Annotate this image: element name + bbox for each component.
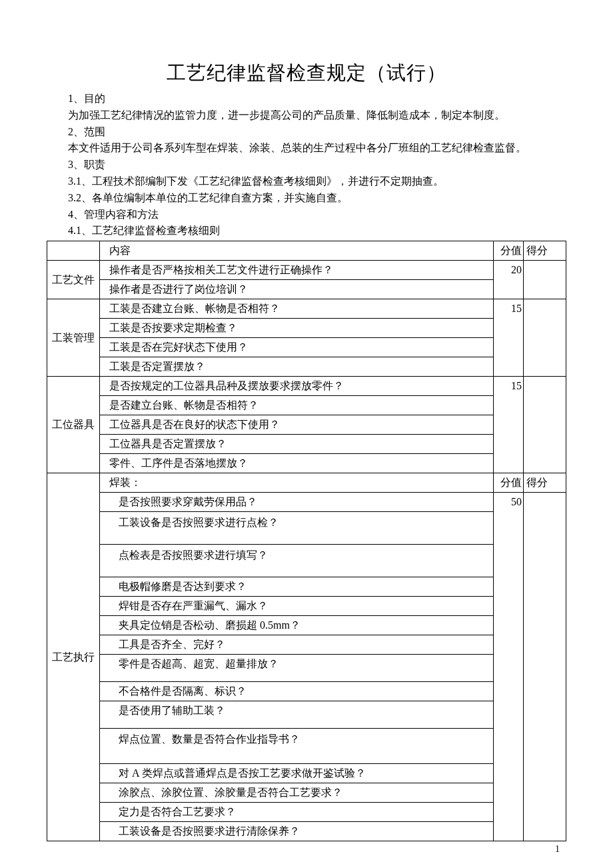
category-cell: 工位器具 [47,377,100,473]
section-2-body: 本文件适用于公司各系列车型在焊装、涂装、总装的生产过程中各分厂班组的工艺纪律检查… [47,140,566,157]
section-2-heading: 2、范围 [47,124,566,141]
subheader-cell: 焊装： [100,473,494,493]
value-cell: 50 [494,493,524,841]
section-1-heading: 1、目的 [47,91,566,107]
content-cell: 对 A 类焊点或普通焊点是否按工艺要求做开鉴试验？ [100,764,494,783]
section-4-heading: 4、管理内容和方法 [47,207,566,223]
table-row: 工装管理 工装是否建立台账、帐物是否相符？ 15 [47,299,566,319]
section-3-2: 3.2、各单位编制本单位的工艺纪律自查方案，并实施自查。 [47,190,566,207]
table-row: 工艺执行 焊装： 分值 得分 [47,473,566,493]
score-cell [524,493,566,841]
content-cell: 工装是否在完好状态下使用？ [100,338,494,357]
table-row: 工装设备是否按照要求进行点检？ [47,512,566,545]
header-blank [47,241,100,261]
header-content: 内容 [100,241,494,261]
content-cell: 电极帽修磨是否达到要求？ [100,577,494,597]
value-cell: 20 [494,261,524,299]
content-cell: 工装是否按要求定期检查？ [100,319,494,338]
content-cell: 工装设备是否按照要求进行点检？ [100,512,494,545]
table-row: 是否按照要求穿戴劳保用品？ 50 [47,493,566,512]
content-cell: 涂胶点、涂胶位置、涂胶量是否符合工艺要求？ [100,783,494,803]
table-row: 零件、工序件是否落地摆放？ [47,454,566,473]
category-cell: 工艺文件 [47,261,100,299]
document-title: 工艺纪律监督检查规定（试行） [47,60,566,87]
table-row: 夹具定位销是否松动、磨损超 0.5mm？ [47,616,566,635]
assessment-table: 内容 分值 得分 工艺文件 操作者是否严格按相关工艺文件进行正确操作？ 20 操… [47,241,566,841]
section-3-1: 3.1、工程技术部编制下发《工艺纪律监督检查考核细则》，并进行不定期抽查。 [47,173,566,190]
content-cell: 是否建立台账、帐物是否相符？ [100,396,494,415]
table-row: 零件是否超高、超宽、超量排放？ [47,655,566,682]
content-cell: 是否按照要求穿戴劳保用品？ [100,493,494,512]
content-cell: 焊点位置、数量是否符合作业指导书？ [100,729,494,764]
header-value: 分值 [494,473,524,493]
content-cell: 不合格件是否隔离、标识？ [100,682,494,701]
content-cell: 工装是否建立台账、帐物是否相符？ [100,299,494,319]
table-row: 是否建立台账、帐物是否相符？ [47,396,566,415]
table-row: 工位器具 是否按规定的工位器具品种及摆放要求摆放零件？ 15 [47,377,566,396]
page-number: 1 [555,844,560,855]
section-3-heading: 3、职责 [47,157,566,173]
content-cell: 零件、工序件是否落地摆放？ [100,454,494,473]
header-score: 得分 [524,241,566,261]
content-cell: 零件是否超高、超宽、超量排放？ [100,655,494,682]
table-row: 工装是否定置摆放？ [47,357,566,377]
table-row: 定力是否符合工艺要求？ [47,803,566,822]
table-row: 对 A 类焊点或普通焊点是否按工艺要求做开鉴试验？ [47,764,566,783]
content-cell: 夹具定位销是否松动、磨损超 0.5mm？ [100,616,494,635]
table-row: 涂胶点、涂胶位置、涂胶量是否符合工艺要求？ [47,783,566,803]
value-cell: 15 [494,377,524,473]
content-cell: 操作者是否严格按相关工艺文件进行正确操作？ [100,261,494,280]
table-row: 工装是否在完好状态下使用？ [47,338,566,357]
table-row: 是否使用了辅助工装？ [47,701,566,729]
content-cell: 工位器具是否在良好的状态下使用？ [100,415,494,435]
table-row: 操作者是否进行了岗位培训？ [47,280,566,299]
category-cell: 工装管理 [47,299,100,377]
content-cell: 工具是否齐全、完好？ [100,635,494,655]
table-row: 工具是否齐全、完好？ [47,635,566,655]
content-cell: 是否按规定的工位器具品种及摆放要求摆放零件？ [100,377,494,396]
header-score: 得分 [524,473,566,493]
table-row: 工位器具是否定置摆放？ [47,435,566,454]
table-row: 焊钳是否存在严重漏气、漏水？ [47,597,566,616]
content-cell: 工装设备是否按照要求进行清除保养？ [100,822,494,841]
table-row: 焊点位置、数量是否符合作业指导书？ [47,729,566,764]
table-row: 工艺文件 操作者是否严格按相关工艺文件进行正确操作？ 20 [47,261,566,280]
score-cell [524,299,566,377]
table-row: 工位器具是否在良好的状态下使用？ [47,415,566,435]
content-cell: 工装是否定置摆放？ [100,357,494,377]
content-cell: 操作者是否进行了岗位培训？ [100,280,494,299]
section-4-1: 4.1、工艺纪律监督检查考核细则 [47,223,566,239]
content-cell: 定力是否符合工艺要求？ [100,803,494,822]
section-1-body: 为加强工艺纪律情况的监管力度，进一步提高公司的产品质量、降低制造成本，制定本制度… [47,107,566,124]
content-cell: 点检表是否按照要求进行填写？ [100,545,494,577]
content-cell: 是否使用了辅助工装？ [100,701,494,729]
header-value: 分值 [494,241,524,261]
table-row: 电极帽修磨是否达到要求？ [47,577,566,597]
table-row: 不合格件是否隔离、标识？ [47,682,566,701]
value-cell: 15 [494,299,524,377]
table-row: 工装是否按要求定期检查？ [47,319,566,338]
table-row: 点检表是否按照要求进行填写？ [47,545,566,577]
score-cell [524,377,566,473]
table-header-row: 内容 分值 得分 [47,241,566,261]
table-row: 工装设备是否按照要求进行清除保养？ [47,822,566,841]
content-cell: 工位器具是否定置摆放？ [100,435,494,454]
content-cell: 焊钳是否存在严重漏气、漏水？ [100,597,494,616]
category-cell: 工艺执行 [47,473,100,841]
score-cell [524,261,566,299]
